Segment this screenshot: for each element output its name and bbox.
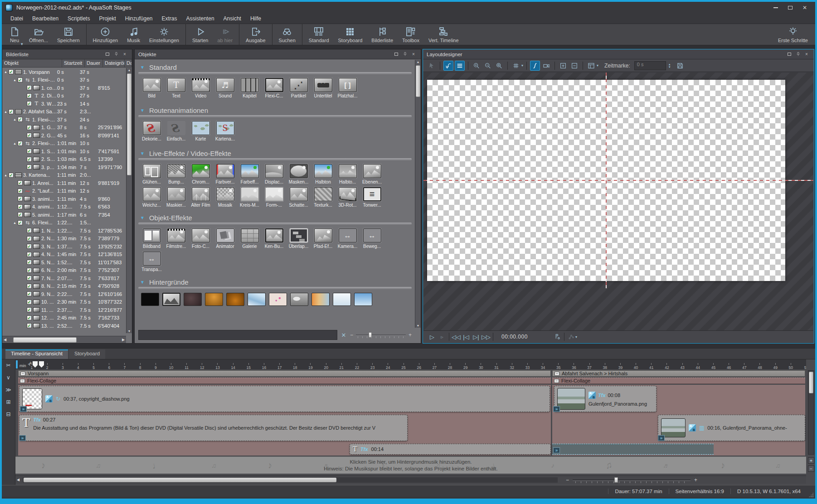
object-row[interactable]: ▲ ✓ 13. ... 2:52.... 7.5 s 6'540'404 [2, 322, 126, 330]
zoom-slider-thumb[interactable] [369, 332, 372, 338]
erste-schritte-button[interactable]: Erste Schritte [773, 24, 812, 45]
object-tile[interactable]: Displac... [263, 164, 285, 184]
column-header[interactable]: Startzeit [62, 59, 85, 67]
ab-transition-icon[interactable] [45, 395, 53, 402]
zeitmarke-spinner[interactable]: ▲▼ [668, 63, 671, 68]
object-tile[interactable]: Halbton [312, 164, 334, 184]
panel-float-button[interactable] [104, 51, 111, 58]
zoom-slider[interactable] [356, 332, 406, 338]
zoom-out-button[interactable]: − [350, 332, 353, 338]
panel-layout-dropdown-arrow[interactable]: ▾ [597, 63, 598, 68]
expander-icon[interactable]: ▲ [4, 70, 8, 73]
object-tile[interactable]: S Dekorie... [141, 121, 162, 141]
object-tile[interactable]: Weichz... [141, 187, 162, 208]
checkbox[interactable]: ✓ [27, 252, 32, 257]
checkbox[interactable]: ✓ [27, 101, 32, 106]
background-thumbnail[interactable] [248, 293, 266, 306]
toolbar-button[interactable]: Storyboard [334, 24, 367, 45]
background-thumbnail[interactable] [205, 293, 223, 306]
fast-forward-button[interactable]: ▷▷ [481, 334, 491, 340]
play-from-here-button[interactable]: ▹ [437, 334, 447, 340]
panel-close-button[interactable]: × [803, 51, 810, 58]
menu-item[interactable]: Hinzufügen [121, 15, 157, 23]
expander-icon[interactable]: ▲ [4, 174, 8, 177]
timeline-zoom-in-button[interactable]: + [808, 457, 814, 464]
checkbox[interactable]: ✓ [27, 315, 32, 320]
object-row[interactable]: ▲ ✓ 2. Save... 1:03 min 6.5 s 13'399 [2, 155, 126, 164]
toolbar-button[interactable]: Musik [122, 24, 145, 45]
select-cursor-button[interactable] [427, 61, 437, 71]
object-tile[interactable]: Texturk... [312, 187, 334, 208]
object-tile[interactable]: Galerie [239, 228, 260, 249]
object-tile[interactable]: Glühen... [141, 164, 162, 184]
object-tile[interactable]: Ebenen... [361, 164, 383, 184]
object-row[interactable]: ▲ ✓ 5. animi... 1:17 min 6 s 7'354 [2, 211, 126, 219]
keyframe-nodes-button[interactable] [566, 332, 576, 342]
resize-grip[interactable] [808, 492, 814, 498]
object-tile[interactable]: Bump... [165, 164, 187, 184]
toolbar-button[interactable]: Speichern [53, 24, 87, 45]
menu-item[interactable]: Projekt [95, 15, 120, 23]
object-tile[interactable]: Form-... [263, 187, 285, 208]
clip-copyright-diashow[interactable]: ↻ 00:37, copyright_diashow.png [19, 386, 550, 412]
background-thumbnail[interactable] [162, 293, 180, 306]
timeline-ruler[interactable]: min ✂ 1 2 3 4 5 6 7 8 9 10 [15, 359, 806, 369]
panel-pin-button[interactable] [112, 51, 120, 58]
add-track-icon[interactable]: ⊞ [4, 398, 14, 406]
object-row[interactable]: ▲ ✓ 3. Wer ... 23 s 14 s [2, 100, 126, 108]
object-tile[interactable]: Animator [214, 228, 236, 249]
object-tile[interactable]: · · · · Untertitel [312, 78, 334, 98]
section-header-hintergruende[interactable]: ▼ Hintergründe [140, 278, 412, 286]
object-tile[interactable]: Kreis-M... [239, 187, 260, 208]
object-row[interactable]: ▲ ✓ 7. N... 2:07.... 7.5 s 7'633'817 [2, 274, 126, 282]
menu-item[interactable]: Hilfe [246, 15, 265, 23]
selected-empty-track[interactable] [552, 444, 714, 455]
checkbox[interactable]: ✓ [18, 220, 23, 225]
object-row[interactable]: ▲ ✓ 12. ... 2:45 min 7.5 s 7'162'733 [2, 314, 126, 322]
object-row[interactable]: ▲ ✓ 11. ... 2:37.... 7.5 s 12'216'877 [2, 306, 126, 314]
column-header[interactable]: Objekt [2, 59, 62, 67]
checkbox[interactable]: ✓ [27, 85, 32, 90]
checkbox[interactable]: ✓ [18, 189, 23, 194]
checkbox[interactable]: ✓ [27, 244, 32, 249]
object-row[interactable]: ▲ ✓ 1. Flexi-Coll... 37 s 24 s [2, 116, 126, 124]
object-row[interactable]: ▲ ✓ 1. Gule... 37 s 8 s 25'291'896 [2, 124, 126, 132]
object-row[interactable]: ▲ ✓ 6. Flexi... 1:22.... 1:5... [2, 219, 126, 227]
panel-close-button[interactable]: × [410, 51, 417, 58]
object-row[interactable]: ▲ ✓ 3. post... 1:04 min 7 s 19'971'790 [2, 163, 126, 171]
zoom-in-button[interactable] [472, 61, 481, 71]
transition-icon[interactable]: » [553, 406, 560, 412]
object-row[interactable]: ▲ ✓ 2. Flexi-Coll... 1:01 min 10 s [2, 140, 126, 148]
background-thumbnail[interactable] [333, 293, 351, 306]
object-tile[interactable]: Alter Film [190, 187, 211, 208]
object-tile[interactable]: [ ] Platzhal... [337, 78, 358, 98]
checkbox[interactable]: ✓ [27, 268, 32, 273]
checkbox[interactable]: ✓ [27, 307, 32, 312]
background-thumbnail[interactable] [226, 293, 244, 306]
clip-text-wer[interactable]: T Tfx 00:14 [350, 444, 551, 455]
object-tile[interactable]: Maskier... [165, 187, 187, 208]
razor-icon[interactable]: ✂ [4, 361, 14, 369]
playhead-marker[interactable] [16, 360, 18, 368]
object-row[interactable]: ▲ ✓ 1. N... 1:22.... 7.5 s 12'785'536 [2, 227, 126, 235]
toolbar-button[interactable]: Standard [304, 24, 334, 45]
collapse-chapter-icon[interactable]: − [20, 372, 25, 376]
object-tile[interactable]: Bild [141, 78, 162, 98]
toolbar-button[interactable]: Neu [5, 24, 24, 45]
timeline-zoom-out-button[interactable]: − [808, 465, 814, 472]
save-view-button[interactable] [675, 61, 685, 71]
object-row[interactable]: ▲ ✓ 5. N... 1:52.... 7.5 s 11'017'583 [2, 258, 126, 267]
expander-icon[interactable]: ▲ [13, 78, 17, 82]
object-row[interactable]: ▲ ✓ 2. "Lauf... 1:11 min 12 s [2, 187, 126, 195]
object-tile[interactable]: Ken-Bu... [263, 228, 285, 249]
rewind-button[interactable]: ◁◁ [451, 334, 461, 340]
hscroll-thumb[interactable] [24, 478, 336, 482]
checkbox[interactable]: ✓ [9, 109, 14, 114]
chapter-bar-vorspann[interactable]: − Vorspann [18, 370, 551, 377]
object-tile[interactable]: ↔ Transpa... [141, 252, 162, 272]
menu-item[interactable]: Ansicht [219, 15, 245, 23]
background-thumbnail[interactable] [184, 293, 202, 306]
bilderliste-vscrollbar[interactable]: ▲ ▼ [126, 68, 132, 333]
timeline-hscrollbar[interactable] [23, 477, 558, 483]
toolbar-button[interactable]: Einstellungen [145, 24, 186, 45]
